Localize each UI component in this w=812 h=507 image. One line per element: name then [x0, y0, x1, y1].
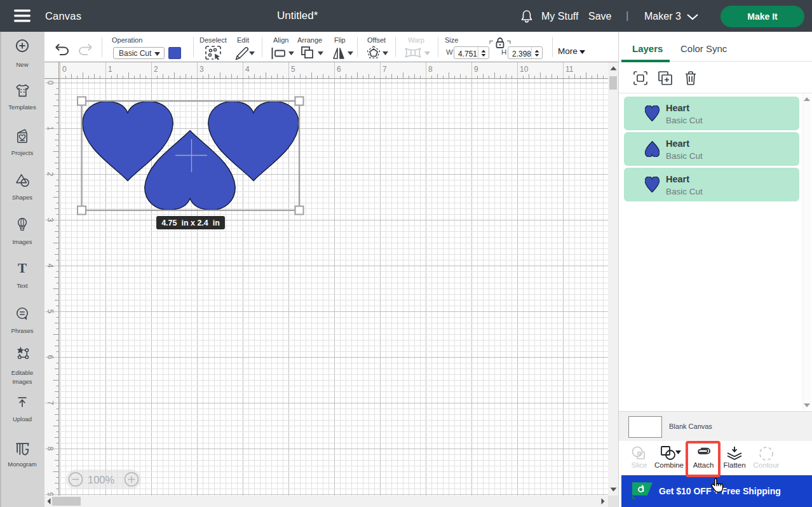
svg-text:8: 8 [46, 447, 55, 451]
svg-text:1: 1 [46, 126, 55, 131]
svg-text:7: 7 [382, 65, 387, 74]
svg-text:8: 8 [428, 65, 433, 74]
svg-text:6: 6 [337, 65, 341, 74]
svg-text:2: 2 [154, 65, 158, 74]
svg-text:11: 11 [565, 65, 574, 74]
svg-text:100%: 100% [88, 474, 115, 485]
svg-text:1: 1 [108, 65, 112, 74]
svg-text:3: 3 [46, 218, 55, 222]
svg-text:2: 2 [46, 172, 55, 177]
svg-text:7: 7 [46, 401, 55, 405]
svg-text:6: 6 [46, 355, 55, 360]
svg-text:4: 4 [245, 65, 250, 74]
svg-text:3: 3 [200, 65, 204, 74]
svg-text:10: 10 [520, 65, 529, 74]
svg-text:4.75 in x 2.4 in: 4.75 in x 2.4 in [161, 219, 220, 227]
svg-text:4: 4 [46, 264, 55, 268]
svg-text:9: 9 [474, 65, 478, 74]
svg-text:5: 5 [291, 65, 295, 74]
svg-text:0: 0 [46, 81, 55, 85]
svg-text:5: 5 [46, 309, 55, 314]
svg-text:0: 0 [62, 65, 67, 74]
